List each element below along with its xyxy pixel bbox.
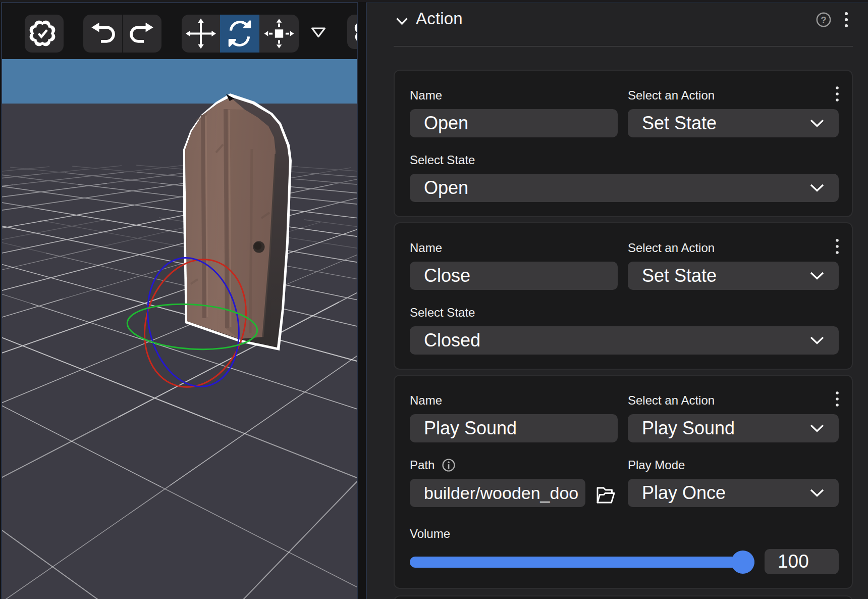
svg-text:?: ? — [821, 15, 827, 25]
